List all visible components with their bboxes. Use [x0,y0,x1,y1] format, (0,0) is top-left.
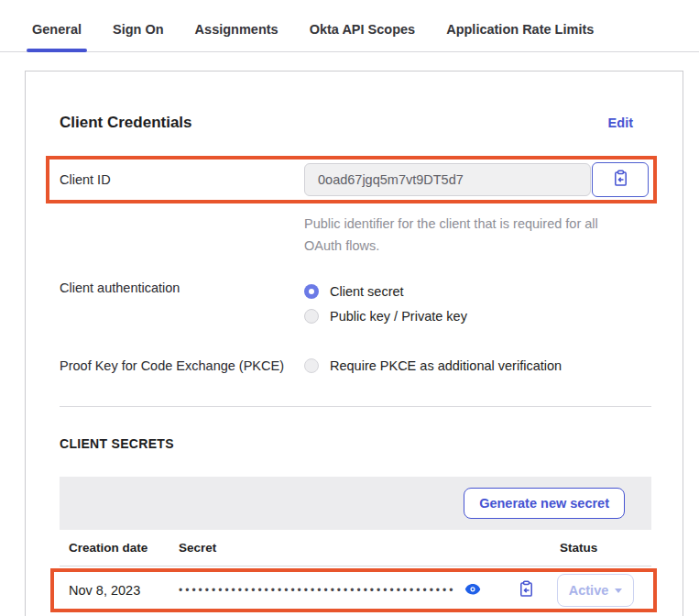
caret-down-icon [615,588,622,593]
secret-creation-date: Nov 8, 2023 [69,583,179,598]
pkce-row: Proof Key for Code Exchange (PKCE) Requi… [60,355,651,377]
secrets-table-header: Creation date Secret Status [60,530,651,566]
tab-label: Assignments [195,22,279,37]
reveal-secret-button[interactable] [464,583,481,599]
tab-label: Application Rate Limits [446,22,594,37]
client-authentication-label: Client authentication [60,280,304,295]
secrets-table-toolbar: Generate new secret [60,477,651,530]
client-id-row: Client ID [60,162,648,197]
tab-label: General [32,22,82,37]
copy-client-id-button[interactable] [592,162,649,197]
radio-selected-icon[interactable] [304,284,319,299]
tab-application-rate-limits[interactable]: Application Rate Limits [441,22,599,51]
table-row: Nov 8, 2023 ••••••••••••••••••••••••••••… [54,572,653,609]
client-credentials-header: Client Credentials Edit [60,114,651,132]
client-secrets-title: CLIENT SECRETS [60,436,651,451]
tab-okta-api-scopes[interactable]: Okta API Scopes [304,22,421,51]
client-id-annotation-box: Client ID [46,156,657,204]
client-id-label: Client ID [60,172,304,187]
general-settings-card: Client Credentials Edit Client ID [25,71,683,616]
tab-assignments[interactable]: Assignments [190,22,284,51]
tab-sign-on[interactable]: Sign On [107,22,169,51]
radio-client-secret[interactable]: Client secret [304,280,467,302]
copy-secret-button[interactable] [518,580,535,600]
app-tab-bar: General Sign On Assignments Okta API Sco… [0,0,699,52]
clipboard-copy-icon [518,580,535,600]
active-tab-indicator [27,49,87,52]
radio-unselected-icon[interactable] [304,309,319,324]
column-header-creation-date: Creation date [60,541,179,555]
section-title: Client Credentials [60,114,192,132]
tab-label: Sign On [113,22,164,37]
client-id-help-text: Public identifier for the client that is… [304,213,612,257]
client-authentication-options: Client secret Public key / Private key [304,280,467,327]
column-header-secret: Secret [179,541,560,555]
pkce-label: Proof Key for Code Exchange (PKCE) [60,358,304,373]
tab-label: Okta API Scopes [310,22,416,37]
generate-new-secret-button[interactable]: Generate new secret [464,488,625,519]
secret-masked-value: ••••••••••••••••••••••••••••••••••••••••… [179,584,455,597]
client-id-input-group [304,162,649,197]
client-authentication-row: Client authentication Client secret Publ… [60,280,651,327]
secret-status-dropdown[interactable]: Active [557,574,634,607]
pkce-checkbox[interactable] [304,358,319,373]
pkce-checkbox-item[interactable]: Require PKCE as additional verification [304,355,562,377]
client-id-input[interactable] [304,163,591,196]
secret-row-annotation-box: Nov 8, 2023 ••••••••••••••••••••••••••••… [50,568,657,612]
tab-general[interactable]: General [27,22,87,51]
radio-label: Client secret [330,284,404,299]
clipboard-copy-icon [612,170,629,190]
edit-link[interactable]: Edit [608,116,633,130]
eye-icon [464,583,481,599]
status-label: Active [569,583,609,598]
radio-label: Public key / Private key [330,309,467,324]
radio-public-private-key[interactable]: Public key / Private key [304,305,467,327]
section-divider [60,406,651,407]
client-secrets-table: Generate new secret Creation date Secret… [60,477,651,612]
column-header-status: Status [560,541,651,555]
pkce-checkbox-label: Require PKCE as additional verification [330,358,562,373]
